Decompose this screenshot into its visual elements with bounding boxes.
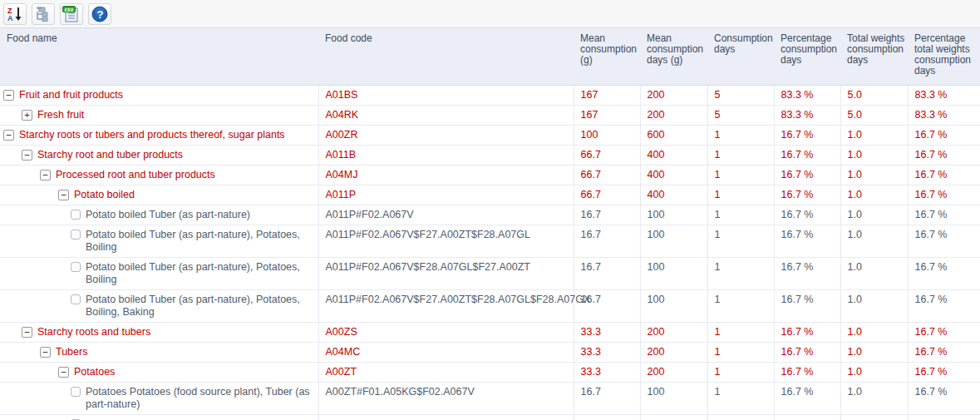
value-cell: 1.0 <box>840 165 908 185</box>
food-code-cell: A011B <box>318 145 574 165</box>
food-code-cell: A04MC <box>318 342 574 362</box>
row-checkbox[interactable] <box>71 294 81 304</box>
table-row[interactable]: −Starchy roots and tubersA00ZS33.3200116… <box>0 322 980 342</box>
value-cell: 167 <box>574 85 640 105</box>
row-checkbox[interactable] <box>71 262 81 272</box>
column-header-mean-consumption[interactable]: Mean consumption (g) <box>574 28 640 85</box>
table-row[interactable]: −Fruit and fruit productsA01BS167200583.… <box>0 85 980 105</box>
food-code-cell: A011P#F02.A067V$F27.A00ZT$F28.A07GL$F28.… <box>318 289 574 322</box>
collapse-toggle-icon[interactable]: − <box>3 90 14 101</box>
value-cell: 200 <box>640 362 707 382</box>
column-header-percentage-total-weights[interactable]: Percentage total weights consumption day… <box>908 28 980 85</box>
collapse-toggle-icon[interactable]: − <box>22 327 32 338</box>
table-row[interactable]: Potato boiled Tuber (as part-nature), Po… <box>0 225 980 257</box>
value-cell: 1.0 <box>840 322 908 342</box>
table-row[interactable]: −Starchy roots or tubers and products th… <box>0 125 980 145</box>
food-consumption-table: Food name Food code Mean consumption (g)… <box>0 28 980 420</box>
value-cell: 200 <box>640 342 707 362</box>
column-header-percentage-consumption-days[interactable]: Percentage consumption days <box>774 28 840 85</box>
value-cell: 1.0 <box>840 382 908 414</box>
table-row[interactable]: Potato boiled Tuber (as part-nature), Po… <box>0 289 980 322</box>
export-csv-button[interactable]: csv <box>60 3 83 25</box>
tree-hierarchy-button[interactable] <box>32 3 55 25</box>
collapse-toggle-icon[interactable]: − <box>22 150 32 161</box>
value-cell: 200 <box>640 322 707 342</box>
value-cell: 16.7 % <box>774 342 840 362</box>
value-cell: 16.7 % <box>908 145 980 165</box>
value-cell: 83.3 % <box>774 105 840 125</box>
table-row[interactable]: −Potato boiledA011P66.7400116.7 %1.016.7… <box>0 185 980 205</box>
collapse-toggle-icon[interactable]: − <box>58 190 69 200</box>
value-cell: 1 <box>707 382 774 414</box>
value-cell: 16.7 <box>574 257 640 289</box>
food-name-cell: −Potato boiled <box>0 185 318 205</box>
sort-descending-button[interactable]: Z A <box>3 3 27 25</box>
value-cell: 16.7 <box>574 414 640 420</box>
value-cell: 1 <box>707 342 774 362</box>
food-code-cell: A00ZT <box>318 362 574 382</box>
value-cell: 83.3 % <box>908 105 980 125</box>
value-cell: 1 <box>707 145 774 165</box>
food-name-label: Tubers <box>56 346 317 358</box>
value-cell: 1.0 <box>840 414 908 420</box>
expand-toggle-icon[interactable]: + <box>22 110 32 121</box>
food-name-label: Starchy root and tuber products <box>37 149 317 161</box>
value-cell: 1.0 <box>840 145 908 165</box>
value-cell: 16.7 % <box>774 145 840 165</box>
value-cell: 16.7 % <box>774 257 840 289</box>
table-row[interactable]: Potatoes Potatoes (food source plant), T… <box>0 414 980 420</box>
table-row[interactable]: −TubersA04MC33.3200116.7 %1.016.7 % <box>0 342 980 362</box>
food-code-cell: A00ZS <box>318 322 574 342</box>
help-button[interactable]: ? <box>88 3 111 25</box>
value-cell: 100 <box>574 125 640 145</box>
value-cell: 16.7 <box>574 289 640 322</box>
collapse-toggle-icon[interactable]: − <box>40 170 51 180</box>
column-header-consumption-days[interactable]: Consumption days <box>707 28 774 85</box>
value-cell: 167 <box>574 105 640 125</box>
food-name-cell: −Tubers <box>0 342 318 362</box>
value-cell: 33.3 <box>574 362 640 382</box>
value-cell: 1.0 <box>840 342 908 362</box>
table-row[interactable]: Potato boiled Tuber (as part-nature), Po… <box>0 257 980 289</box>
table-row[interactable]: −Starchy root and tuber productsA011B66.… <box>0 145 980 165</box>
svg-text:A: A <box>7 14 13 22</box>
value-cell: 1.0 <box>840 225 908 257</box>
column-header-total-weights[interactable]: Total weights consumption days <box>840 28 908 85</box>
value-cell: 1.0 <box>840 125 908 145</box>
value-cell: 1 <box>707 165 774 185</box>
food-name-label: Starchy roots or tubers and products the… <box>19 129 317 141</box>
food-name-cell: Potato boiled Tuber (as part-nature), Po… <box>0 225 318 257</box>
value-cell: 16.7 % <box>908 165 980 185</box>
svg-text:csv: csv <box>65 6 74 12</box>
value-cell: 1.0 <box>840 257 908 289</box>
food-name-cell: −Starchy roots and tubers <box>0 322 318 342</box>
food-name-cell: +Fresh fruit <box>0 105 318 125</box>
value-cell: 1 <box>707 414 774 420</box>
value-cell: 1.0 <box>840 205 908 225</box>
collapse-toggle-icon[interactable]: − <box>58 367 69 378</box>
column-header-food-name[interactable]: Food name <box>0 28 318 85</box>
table-header: Food name Food code Mean consumption (g)… <box>0 28 980 85</box>
row-checkbox[interactable] <box>71 387 81 397</box>
food-code-cell: A00ZR <box>318 125 574 145</box>
column-header-mean-consumption-days[interactable]: Mean consumption days (g) <box>640 28 707 85</box>
csv-export-icon: csv <box>62 6 81 22</box>
food-code-cell: A011P#F02.A067V$F28.A07GL$F27.A00ZT <box>318 257 574 289</box>
food-name-label: Fruit and fruit products <box>19 89 317 101</box>
table-row[interactable]: +Fresh fruitA04RK167200583.3 %5.083.3 % <box>0 105 980 125</box>
collapse-toggle-icon[interactable]: − <box>40 347 51 358</box>
value-cell: 400 <box>640 165 707 185</box>
value-cell: 66.7 <box>574 185 640 205</box>
table-row[interactable]: Potato boiled Tuber (as part-nature)A011… <box>0 205 980 225</box>
food-name-cell: −Potatoes <box>0 362 318 382</box>
table-row[interactable]: Potatoes Potatoes (food source plant), T… <box>0 382 980 414</box>
food-code-cell: A011P#F02.A067V <box>318 205 574 225</box>
collapse-toggle-icon[interactable]: − <box>3 130 14 141</box>
row-checkbox[interactable] <box>71 210 81 220</box>
row-checkbox[interactable] <box>71 230 81 240</box>
table-row[interactable]: −PotatoesA00ZT33.3200116.7 %1.016.7 % <box>0 362 980 382</box>
food-name-label: Starchy roots and tubers <box>37 326 317 338</box>
value-cell: 16.7 % <box>774 225 840 257</box>
column-header-food-code[interactable]: Food code <box>318 28 574 85</box>
table-row[interactable]: −Processed root and tuber productsA04MJ6… <box>0 165 980 185</box>
